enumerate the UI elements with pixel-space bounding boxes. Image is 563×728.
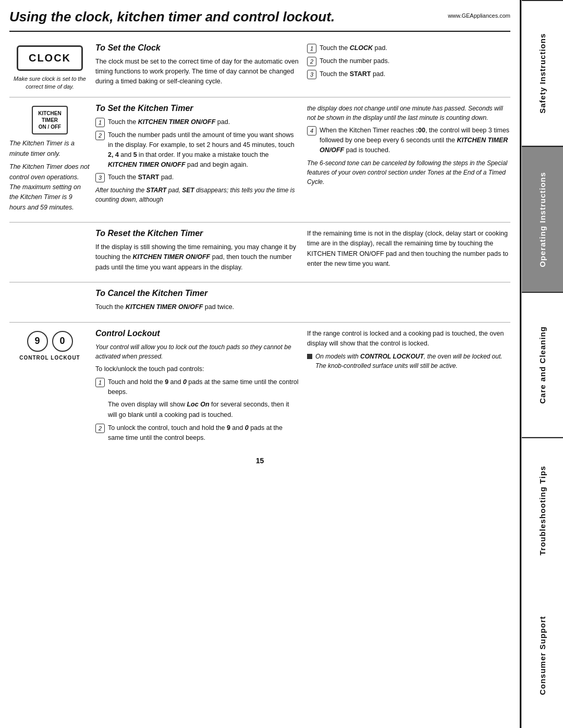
website-url: www.GEAppliances.com <box>448 13 510 19</box>
timer-step-num-4: 4 <box>307 126 316 135</box>
lockout-intro2: To lock/unlock the touch pad controls: <box>95 364 299 374</box>
lockout-step-num-2: 2 <box>95 424 105 433</box>
timer-step-3: 3 Touch the START pad. <box>95 172 299 182</box>
sidebar-troubleshooting: Troubleshooting Tips <box>522 437 563 583</box>
timer-step-num-3: 3 <box>95 173 105 182</box>
cancel-text: Touch the KITCHEN TIMER ON/OFF pad twice… <box>95 302 299 312</box>
reset-col-right: If the remaining time is not in the disp… <box>307 229 510 276</box>
timer-note-after-step3: After touching the START pad, SET disapp… <box>95 186 299 204</box>
lockout-left-col: 9 0 CONTROL LOCKOUT <box>9 329 90 446</box>
clock-step-3: 3 Touch the START pad. <box>307 69 510 79</box>
sidebar-operating: Operating Instructions <box>522 146 563 292</box>
reset-left-text: If the display is still showing the time… <box>95 242 299 273</box>
timer-step-text-2: Touch the number pads until the amount o… <box>108 130 299 169</box>
cancel-timer-section: To Cancel the Kitchen Timer Touch the KI… <box>9 282 510 322</box>
lockout-key-0: 0 <box>52 331 73 352</box>
cancel-left-col <box>9 289 90 315</box>
timer-step-text-3: Touch the START pad. <box>108 172 174 182</box>
lockout-step-text-1: Touch and hold the 9 and 0 pads at the s… <box>108 377 299 397</box>
cancel-section-title: To Cancel the Kitchen Timer <box>95 289 299 298</box>
timer-col-right: the display does not change until one mi… <box>307 104 510 216</box>
timer-step-1: 1 Touch the KITCHEN TIMER ON/OFF pad. <box>95 117 299 127</box>
timer-step-text-4: When the Kitchen Timer reaches :00, the … <box>320 126 510 155</box>
kitchen-timer-section: KITCHEN TIMER ON / OFF The Kitchen Timer… <box>9 97 510 223</box>
sidebar-care-label: Care and Cleaning <box>538 326 547 404</box>
clock-box: CLOCK <box>17 45 83 71</box>
lockout-col-right: If the range control is locked and a coo… <box>307 329 510 446</box>
clock-caption: Make sure clock is set to the correct ti… <box>9 75 90 91</box>
clock-col-left: To Set the Clock The clock must be set t… <box>95 43 299 91</box>
lockout-step-num-1: 1 <box>95 378 105 387</box>
reset-right-cols: To Reset the Kitchen Timer If the displa… <box>95 229 510 276</box>
cancel-col-right <box>307 289 510 315</box>
timer-step-text-1: Touch the KITCHEN TIMER ON/OFF pad. <box>108 117 230 127</box>
lockout-key-9: 9 <box>27 331 48 352</box>
page-title: Using the clock, kitchen timer and contr… <box>9 9 335 24</box>
bullet-icon <box>307 354 312 359</box>
timer-label-1: KITCHEN <box>38 110 61 117</box>
timer-step-num-2: 2 <box>95 131 105 140</box>
lockout-section-title: Control Lockout <box>95 329 299 338</box>
clock-body: The clock must be set to the correct tim… <box>95 57 299 87</box>
timer-left-col: KITCHEN TIMER ON / OFF The Kitchen Timer… <box>9 104 90 216</box>
sidebar-care: Care and Cleaning <box>522 292 563 438</box>
main-container: Using the clock, kitchen timer and contr… <box>0 0 563 728</box>
clock-step-text-3: Touch the START pad. <box>320 69 385 79</box>
lockout-right-text: If the range control is locked and a coo… <box>307 329 510 349</box>
lockout-step-2: 2 To unlock the control, touch and hold … <box>95 423 299 443</box>
sidebar-consumer-label: Consumer Support <box>538 616 547 695</box>
lockout-step-1: 1 Touch and hold the 9 and 0 pads at the… <box>95 377 299 397</box>
page-number: 15 <box>9 456 510 465</box>
clock-box-label: CLOCK <box>29 52 71 64</box>
reset-left-col <box>9 229 90 276</box>
sidebar-safety-label: Safety Instructions <box>538 33 547 114</box>
clock-step-text-1: Touch the CLOCK pad. <box>320 43 387 53</box>
timer-step-4: 4 When the Kitchen Timer reaches :00, th… <box>307 126 510 155</box>
reset-col-left: To Reset the Kitchen Timer If the displa… <box>95 229 299 276</box>
lockout-section: 9 0 CONTROL LOCKOUT Control Lockout Your… <box>9 323 510 452</box>
cancel-col-left: To Cancel the Kitchen Timer Touch the KI… <box>95 289 299 315</box>
timer-label-3: ON / OFF <box>38 124 61 130</box>
timer-bottom-note: The 6-second tone can be canceled by fol… <box>307 158 510 187</box>
clock-left-col: CLOCK Make sure clock is set to the corr… <box>9 43 90 91</box>
sidebar-operating-label: Operating Instructions <box>538 171 547 267</box>
lockout-loc-on-note: The oven display will show Loc On for se… <box>108 400 299 420</box>
timer-right-note: the display does not change until one mi… <box>307 104 510 122</box>
lockout-col-left: Control Lockout Your control will allow … <box>95 329 299 446</box>
clock-section-title: To Set the Clock <box>95 43 299 53</box>
clock-section: CLOCK Make sure clock is set to the corr… <box>9 37 510 98</box>
sidebar-troubleshooting-label: Troubleshooting Tips <box>538 466 547 556</box>
timer-step-2: 2 Touch the number pads until the amount… <box>95 130 299 169</box>
clock-step-1: 1 Touch the CLOCK pad. <box>307 43 510 53</box>
sidebar-consumer: Consumer Support <box>522 583 563 728</box>
reset-right-text: If the remaining time is not in the disp… <box>307 229 510 269</box>
lockout-step-text-2: To unlock the control, touch and hold th… <box>108 423 299 443</box>
sidebar: Safety Instructions Operating Instructio… <box>521 0 563 728</box>
cancel-right-cols: To Cancel the Kitchen Timer Touch the KI… <box>95 289 510 315</box>
sidebar-safety: Safety Instructions <box>522 0 563 146</box>
clock-col-right: 1 Touch the CLOCK pad. 2 Touch the numbe… <box>307 43 510 91</box>
timer-box: KITCHEN TIMER ON / OFF <box>32 106 67 134</box>
clock-step-2: 2 Touch the number pads. <box>307 56 510 66</box>
clock-step-text-2: Touch the number pads. <box>320 56 389 66</box>
timer-caption-1: The Kitchen Timer is a minute timer only… <box>9 139 90 216</box>
page-title-row: Using the clock, kitchen timer and contr… <box>9 9 510 32</box>
clock-step-num-1: 1 <box>307 44 316 53</box>
reset-section-title: To Reset the Kitchen Timer <box>95 229 299 238</box>
clock-step-num-3: 3 <box>307 70 316 79</box>
clock-step-num-2: 2 <box>307 57 316 66</box>
timer-cap-p2: The Kitchen Timer does not control oven … <box>9 162 90 213</box>
lockout-intro-italic: Your control will allow you to lock out … <box>95 342 299 361</box>
timer-section-title: To Set the Kitchen Timer <box>95 104 299 113</box>
timer-col-left: To Set the Kitchen Timer 1 Touch the KIT… <box>95 104 299 216</box>
lockout-bullet: On models with CONTROL LOCKOUT, the oven… <box>307 352 510 371</box>
timer-right-cols: To Set the Kitchen Timer 1 Touch the KIT… <box>95 104 510 216</box>
lockout-right-cols: Control Lockout Your control will allow … <box>95 329 510 446</box>
timer-step-num-1: 1 <box>95 118 105 127</box>
reset-timer-section: To Reset the Kitchen Timer If the displa… <box>9 223 510 282</box>
lockout-keys-box: 9 0 <box>27 331 73 352</box>
lockout-bullet-text: On models with CONTROL LOCKOUT, the oven… <box>315 352 510 371</box>
content-area: Using the clock, kitchen timer and contr… <box>0 0 521 728</box>
lockout-label: CONTROL LOCKOUT <box>19 355 80 361</box>
clock-right-cols: To Set the Clock The clock must be set t… <box>95 43 510 91</box>
